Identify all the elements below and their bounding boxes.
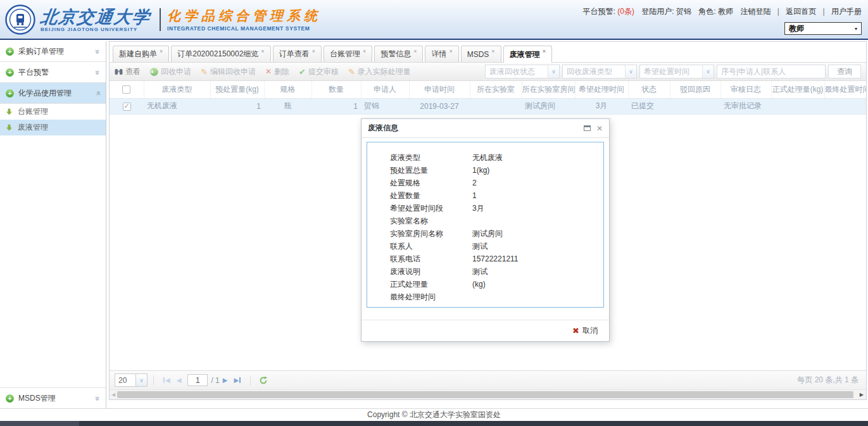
tab-ledger[interactable]: 台账管理× (324, 46, 372, 62)
horizontal-scrollbar[interactable]: ◀ ▶ (110, 389, 866, 399)
row-checkbox[interactable] (123, 103, 131, 111)
brand-block: 北京交通大学 BEIJING JIAOTONG UNIVERSITY 化学品综合… (5, 4, 321, 35)
copyright-text: Copyright © 北京交通大学实验室国资处 (367, 410, 501, 420)
maximize-icon[interactable] (584, 125, 591, 131)
home-link[interactable]: 返回首页 (786, 7, 816, 16)
recycle-request-button[interactable]: + 回收申请 (150, 66, 191, 77)
tab-close-icon[interactable]: × (491, 48, 494, 54)
col-pre-amount[interactable]: 预处置量(kg) (210, 81, 264, 98)
top-header: 北京交通大学 BEIJING JIAOTONG UNIVERSITY 化学品综合… (0, 0, 868, 40)
col-waste-type[interactable]: 废液类型 (144, 81, 210, 98)
sidebar-item-chemical-usage[interactable]: + 化学品使用管理 » (0, 83, 106, 104)
pagination-summary: 每页 20 条,共 1 条 (797, 375, 861, 385)
app-window: 北京交通大学 BEIJING JIAOTONG UNIVERSITY 化学品综合… (0, 0, 868, 426)
grid-toolbar: 查看 + 回收申请 ✎ 编辑回收申请 ✕ 删除 ✔ 提交审核 ✎ 录入实际处理量 (110, 63, 866, 81)
select-caret-icon: ▾ (855, 26, 857, 32)
col-lab[interactable]: 所在实验室 (470, 81, 522, 98)
tab-close-icon[interactable]: × (312, 48, 315, 54)
col-audit-log[interactable]: 审核日志 (720, 81, 771, 98)
pagination-bar: 20 ∨ ◀ ◀ / 1 ▶ ▶ 每页 20 条,共 1 条 (110, 370, 866, 389)
sidebar-item-platform-alerts[interactable]: + 平台预警 » (0, 62, 106, 83)
logout-link[interactable]: 注销登陆 (740, 7, 771, 16)
desired-time-select[interactable]: 希望处置时间 ∨ (639, 65, 714, 78)
prev-page-button[interactable]: ◀ (177, 377, 182, 384)
select-all-checkbox[interactable] (122, 85, 130, 94)
dialog-titlebar[interactable]: 废液信息 ✕ (362, 119, 609, 138)
tab-close-icon[interactable]: × (413, 48, 417, 54)
col-reject-reason[interactable]: 驳回原因 (670, 81, 720, 98)
sidebar-item-purchase-orders[interactable]: + 采购订单管理 » (0, 41, 106, 62)
page-total-label: / 1 (211, 376, 219, 385)
scroll-left-icon[interactable]: ◀ (111, 392, 115, 398)
scroll-right-icon[interactable]: ▶ (860, 392, 864, 398)
tab-new-purchase[interactable]: 新建自购单× (113, 46, 169, 62)
plus-circle-icon: + (6, 394, 14, 403)
sidebar-item-ledger[interactable]: 台账管理 (0, 104, 106, 120)
close-icon[interactable]: ✕ (596, 125, 603, 132)
col-applicant[interactable]: 申请人 (361, 81, 409, 98)
manual-link[interactable]: 用户手册 (831, 7, 862, 16)
role-value: 教师 (718, 7, 733, 16)
col-spec[interactable]: 规格 (264, 81, 311, 98)
tab-alert-info[interactable]: 预警信息× (374, 46, 423, 62)
tab-close-icon[interactable]: × (261, 48, 264, 54)
page-number-input[interactable] (187, 374, 208, 386)
platform-alert-count[interactable]: (0条) (617, 7, 634, 16)
table-row[interactable]: 无机废液 1 瓶 1 贺锦 2019-03-27 测试房间 3月 已提交 无审批… (110, 98, 866, 114)
chevron-down-icon[interactable]: ∨ (625, 65, 636, 78)
bottom-strip (0, 421, 868, 426)
down-arrow-icon (6, 108, 13, 115)
col-desired-time[interactable]: 希望处理时间 (575, 81, 628, 98)
next-page-button[interactable]: ▶ (223, 377, 228, 384)
col-final-time[interactable]: 最终处置时间 (824, 81, 866, 98)
edit-recycle-request-button[interactable]: ✎ 编辑回收申请 (201, 66, 256, 77)
page-size-select[interactable]: 20 (115, 373, 136, 387)
plus-circle-icon: + (6, 47, 14, 56)
chevron-down-icon[interactable]: ∨ (702, 65, 714, 78)
role-select-dropdown[interactable]: 教师 ▾ (784, 22, 862, 35)
col-formal-amount[interactable]: 正式处理量(kg) (771, 81, 824, 98)
cancel-button[interactable]: ✖ 取消 (572, 325, 598, 336)
waste-status-select[interactable]: 废液回收状态 ∨ (485, 65, 560, 78)
page-footer: Copyright © 北京交通大学实验室国资处 (0, 408, 868, 421)
last-page-button[interactable]: ▶ (234, 377, 241, 384)
system-title-cn: 化学品综合管理系统 (167, 8, 321, 24)
user-info-bar: 平台预警: (0条) 登陆用户: 贺锦 角色: 教师 注销登陆 | 返回首页 |… (583, 6, 862, 17)
col-status[interactable]: 状态 (628, 81, 670, 98)
delete-button[interactable]: ✕ 删除 (265, 66, 289, 77)
query-button[interactable]: 查询 (828, 65, 861, 78)
col-quantity[interactable]: 数量 (311, 81, 361, 98)
tab-detail[interactable]: 详情× (425, 46, 458, 62)
tab-order-detail[interactable]: 订单202002150002细览× (171, 46, 270, 62)
view-button[interactable]: 查看 (115, 66, 141, 77)
chevron-down-icon[interactable]: ∨ (136, 373, 148, 387)
refresh-icon[interactable] (259, 376, 268, 385)
submit-review-button[interactable]: ✔ 提交审核 (299, 66, 339, 77)
tab-close-icon[interactable]: × (363, 48, 366, 54)
tab-msds[interactable]: MSDS× (461, 46, 501, 62)
waste-info-dialog: 废液信息 ✕ 废液类型无机废液 预处置总量1(kg) 处置规格2 处置数量1 希… (361, 118, 610, 342)
enter-actual-amount-button[interactable]: ✎ 录入实际处理量 (348, 66, 411, 77)
chevron-double-icon: » (93, 91, 103, 95)
sidebar-item-msds[interactable]: + MSDS管理 » (0, 387, 106, 408)
cancel-x-icon: ✖ (572, 326, 579, 335)
col-apply-time[interactable]: 申请时间 (409, 81, 470, 98)
tab-close-icon[interactable]: × (160, 48, 163, 54)
first-page-button[interactable]: ◀ (163, 377, 170, 384)
tab-waste-liquid[interactable]: 废液管理× (503, 46, 552, 63)
scrollbar-thumb[interactable] (117, 391, 853, 398)
waste-type-select[interactable]: 回收废液类型 ∨ (562, 65, 637, 78)
sidebar: + 采购订单管理 » + 平台预警 » + 化学品使用管理 » 台账管理 废液管… (0, 41, 106, 408)
login-user-label: 登陆用户: (641, 7, 674, 16)
search-input[interactable] (717, 65, 826, 78)
binoculars-icon (115, 68, 123, 75)
role-label: 角色: (698, 7, 715, 16)
brand-divider (160, 8, 161, 31)
tab-close-icon[interactable]: × (543, 48, 546, 54)
tab-order-view[interactable]: 订单查看× (273, 46, 322, 62)
check-icon: ✔ (299, 67, 306, 77)
chevron-down-icon[interactable]: ∨ (548, 65, 559, 78)
tab-close-icon[interactable]: × (449, 48, 452, 54)
col-lab-room[interactable]: 所在实验室房间 (522, 81, 575, 98)
sidebar-item-waste-liquid[interactable]: 废液管理 (0, 120, 106, 135)
